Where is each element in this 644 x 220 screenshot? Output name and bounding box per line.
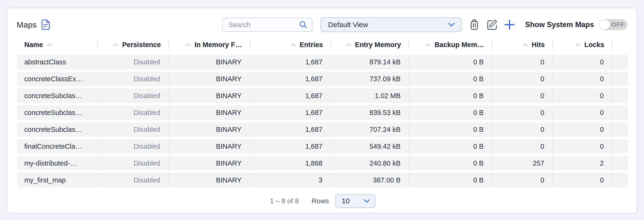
- trash-icon: [469, 19, 480, 30]
- search-box[interactable]: [222, 17, 312, 32]
- view-select-value: Default View: [328, 21, 368, 29]
- cell-spacer: [612, 173, 628, 188]
- cell-in-memory-format: BINARY: [169, 55, 250, 69]
- cell-hits: 0: [492, 55, 553, 69]
- edit-button[interactable]: [486, 19, 498, 30]
- column-header-backup-memory[interactable]: Backup Mem…: [409, 38, 492, 51]
- table-row[interactable]: abstractClass Disabled BINARY 1,687 879.…: [17, 55, 628, 69]
- column-label: Backup Mem…: [434, 41, 484, 49]
- toolbar: Maps: [17, 17, 627, 32]
- table-row[interactable]: my-distributed-… Disabled BINARY 1,868 2…: [17, 156, 628, 171]
- cell-persistence: Disabled: [98, 88, 169, 103]
- cell-in-memory-format: BINARY: [169, 139, 250, 154]
- cell-spacer: [612, 88, 628, 103]
- maps-card: Maps: [7, 7, 637, 213]
- cell-entry-memory: 1.02 MB: [331, 88, 409, 103]
- cell-spacer: [612, 105, 628, 120]
- cell-entry-memory: 879.14 kB: [331, 55, 409, 69]
- column-header-name[interactable]: Name: [17, 38, 98, 51]
- sort-caret-icon: [113, 43, 118, 46]
- cell-name: concreteSubclas…: [17, 105, 98, 120]
- cell-name: my_first_map: [17, 173, 98, 188]
- sort-caret-icon: [47, 43, 52, 46]
- cell-in-memory-format: BINARY: [169, 173, 250, 188]
- cell-locks: 0: [553, 88, 612, 103]
- cell-locks: 0: [553, 72, 612, 86]
- sort-caret-icon: [575, 43, 580, 46]
- cell-persistence: Disabled: [98, 156, 169, 171]
- sort-caret-icon: [186, 43, 191, 46]
- cell-locks: 0: [553, 122, 612, 137]
- table-header: Name Persistence In Memory F…: [17, 38, 628, 51]
- cell-locks: 2: [553, 156, 612, 171]
- table-row[interactable]: my_first_map Disabled BINARY 3 387.00 B …: [17, 173, 628, 188]
- column-header-spacer: [612, 38, 628, 51]
- search-icon[interactable]: [299, 21, 307, 29]
- rows-per-page-select[interactable]: 10: [335, 194, 376, 208]
- cell-entries: 1,687: [250, 55, 331, 69]
- cell-locks: 0: [553, 105, 612, 120]
- page: Maps: [0, 0, 644, 220]
- cell-persistence: Disabled: [98, 122, 169, 137]
- cell-entry-memory: 707.24 kB: [331, 122, 409, 137]
- cell-entries: 1,687: [250, 122, 331, 137]
- column-header-hits[interactable]: Hits: [492, 38, 553, 51]
- cell-backup-memory: 0 B: [409, 139, 492, 154]
- rows-per-page-label: Rows: [312, 197, 329, 205]
- cell-hits: 0: [492, 139, 553, 154]
- edit-icon: [486, 19, 498, 30]
- column-header-locks[interactable]: Locks: [553, 38, 612, 51]
- pagination-range: 1 – 8 of 8: [270, 197, 299, 205]
- cell-persistence: Disabled: [98, 72, 169, 86]
- table-row[interactable]: concreteSubclas… Disabled BINARY 1,687 7…: [17, 122, 628, 137]
- sort-caret-icon: [426, 43, 431, 46]
- cell-backup-memory: 0 B: [409, 105, 492, 120]
- column-label: Entries: [300, 41, 323, 49]
- show-system-maps-toggle[interactable]: OFF: [599, 19, 627, 30]
- delete-button[interactable]: [469, 19, 480, 30]
- cell-hits: 0: [492, 88, 553, 103]
- search-input[interactable]: [228, 21, 299, 29]
- cell-entries: 1,687: [250, 88, 331, 103]
- maps-table: Name Persistence In Memory F…: [17, 38, 628, 208]
- table-body: abstractClass Disabled BINARY 1,687 879.…: [17, 55, 628, 188]
- cell-hits: 0: [492, 72, 553, 86]
- add-button[interactable]: [504, 19, 515, 30]
- cell-name: concreteClassEx…: [17, 72, 98, 86]
- plus-icon: [504, 19, 515, 30]
- column-label: Entry Memory: [355, 41, 401, 49]
- sort-caret-icon: [290, 43, 296, 46]
- view-select[interactable]: Default View: [320, 17, 462, 32]
- table-row[interactable]: concreteSubclas… Disabled BINARY 1,687 1…: [17, 88, 628, 103]
- cell-name: my-distributed-…: [17, 156, 98, 171]
- cell-entry-memory: 387.00 B: [331, 173, 409, 188]
- cell-locks: 0: [553, 173, 612, 188]
- column-header-persistence[interactable]: Persistence: [98, 38, 169, 51]
- column-header-entry-memory[interactable]: Entry Memory: [331, 38, 409, 51]
- table-row[interactable]: finalConcreteCla… Disabled BINARY 1,687 …: [17, 139, 628, 154]
- cell-entries: 1,687: [250, 139, 331, 154]
- cell-backup-memory: 0 B: [409, 88, 492, 103]
- cell-name: concreteSubclas…: [17, 122, 98, 137]
- sort-caret-icon: [523, 43, 528, 46]
- column-header-entries[interactable]: Entries: [250, 38, 331, 51]
- cell-spacer: [612, 72, 628, 86]
- cell-persistence: Disabled: [98, 105, 169, 120]
- cell-hits: 257: [492, 156, 553, 171]
- cell-entries: 1,687: [250, 72, 331, 86]
- column-label: In Memory F…: [194, 41, 242, 49]
- page-title: Maps: [17, 20, 37, 29]
- cell-in-memory-format: BINARY: [169, 105, 250, 120]
- cell-entries: 3: [250, 173, 331, 188]
- cell-backup-memory: 0 B: [409, 173, 492, 188]
- table-row[interactable]: concreteClassEx… Disabled BINARY 1,687 7…: [17, 72, 628, 86]
- column-header-in-memory-format[interactable]: In Memory F…: [169, 38, 250, 51]
- cell-spacer: [612, 122, 628, 137]
- cell-spacer: [612, 139, 628, 154]
- document-icon[interactable]: [42, 19, 50, 30]
- chevron-down-icon: [364, 199, 370, 203]
- table-row[interactable]: concreteSubclas… Disabled BINARY 1,687 8…: [17, 105, 628, 120]
- cell-in-memory-format: BINARY: [169, 88, 250, 103]
- column-label: Persistence: [122, 41, 161, 49]
- cell-in-memory-format: BINARY: [169, 72, 250, 86]
